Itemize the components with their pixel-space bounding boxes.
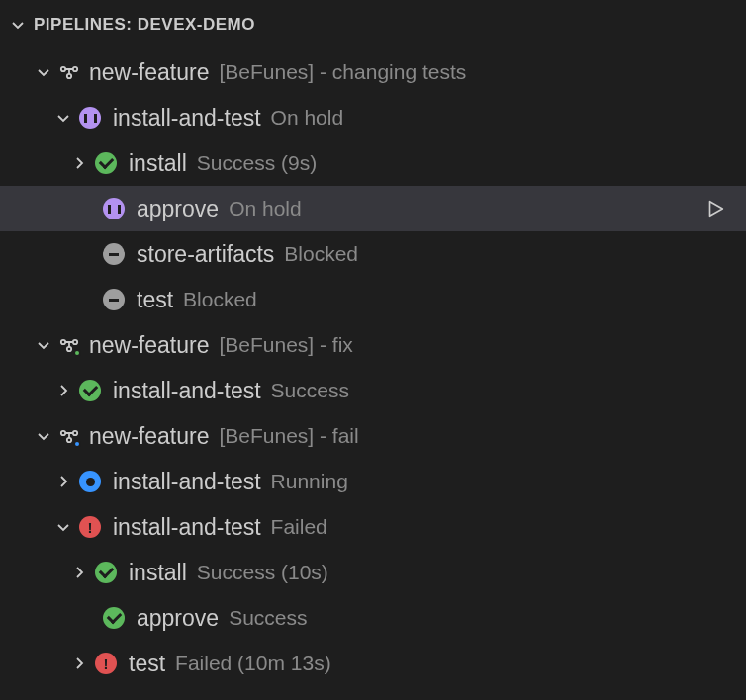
- onhold-icon: [103, 198, 125, 219]
- chevron-down-icon: [36, 337, 51, 353]
- job-status: On hold: [229, 197, 302, 220]
- job-row[interactable]: test Blocked: [0, 277, 746, 322]
- pipeline-name: new-feature: [89, 59, 209, 86]
- job-row[interactable]: install Success (10s): [0, 550, 746, 595]
- job-status: Success (10s): [197, 561, 328, 584]
- job-row[interactable]: approve On hold: [0, 186, 746, 231]
- pipeline-row[interactable]: new-feature [BeFunes] - changing tests: [0, 49, 746, 95]
- failed-icon: [95, 653, 117, 674]
- pipeline-meta: [BeFunes] - fix: [219, 333, 352, 357]
- chevron-down-icon: [36, 428, 51, 444]
- pipeline-icon: [59, 426, 79, 446]
- job-row[interactable]: test Failed (10m 13s): [0, 641, 746, 686]
- success-icon: [79, 380, 101, 401]
- status-dot-success: [73, 349, 81, 357]
- pipeline-icon: [59, 62, 79, 82]
- workflow-name: install-and-test: [113, 105, 261, 131]
- status-dot-running: [73, 440, 81, 448]
- job-row[interactable]: approve Success: [0, 595, 746, 641]
- svg-point-2: [67, 74, 71, 78]
- failed-icon: [79, 516, 101, 538]
- job-name: test: [129, 651, 165, 677]
- blocked-icon: [103, 243, 125, 265]
- workflow-status: On hold: [271, 106, 344, 130]
- job-status: Success: [229, 606, 307, 630]
- onhold-icon: [79, 107, 101, 129]
- workflow-status: Success: [271, 379, 349, 402]
- job-row[interactable]: install Success (9s): [0, 140, 746, 186]
- pipeline-row[interactable]: new-feature [BeFunes] - fail: [0, 413, 746, 459]
- svg-point-5: [67, 347, 71, 351]
- panel-header[interactable]: PIPELINES: DEVEX-DEMO: [0, 0, 746, 49]
- job-name: install: [129, 560, 187, 586]
- workflow-name: install-and-test: [113, 378, 261, 404]
- chevron-right-icon: [55, 383, 71, 398]
- pipeline-icon: [59, 335, 79, 355]
- chevron-right-icon: [71, 656, 87, 671]
- play-icon[interactable]: [704, 198, 726, 219]
- pipeline-name: new-feature: [89, 332, 209, 359]
- workflow-name: install-and-test: [113, 469, 261, 495]
- job-name: install: [129, 150, 187, 177]
- job-status: Failed (10m 13s): [175, 652, 331, 675]
- svg-point-8: [67, 438, 71, 442]
- success-icon: [95, 152, 117, 174]
- chevron-right-icon: [55, 474, 71, 489]
- success-icon: [95, 562, 117, 583]
- job-name: test: [137, 287, 173, 313]
- svg-point-6: [61, 431, 65, 435]
- workflow-name: install-and-test: [113, 514, 261, 541]
- job-row[interactable]: store-artifacts Blocked: [0, 231, 746, 277]
- workflow-row[interactable]: install-and-test On hold: [0, 95, 746, 140]
- job-status: Blocked: [284, 242, 358, 266]
- success-icon: [103, 607, 125, 629]
- chevron-right-icon: [71, 565, 87, 580]
- panel-title: PIPELINES: DEVEX-DEMO: [34, 15, 255, 35]
- chevron-down-icon: [36, 64, 51, 80]
- job-name: approve: [137, 196, 219, 222]
- pipeline-meta: [BeFunes] - fail: [219, 424, 358, 448]
- svg-point-1: [73, 67, 77, 71]
- chevron-down-icon: [55, 110, 71, 126]
- svg-point-0: [61, 67, 65, 71]
- chevron-right-icon: [71, 155, 87, 171]
- workflow-status: Running: [271, 470, 348, 493]
- svg-point-3: [61, 340, 65, 344]
- svg-point-4: [73, 340, 77, 344]
- pipeline-meta: [BeFunes] - changing tests: [219, 60, 466, 84]
- job-name: store-artifacts: [137, 241, 274, 268]
- svg-point-7: [73, 431, 77, 435]
- workflow-row[interactable]: install-and-test Running: [0, 459, 746, 504]
- workflow-row[interactable]: install-and-test Success: [0, 368, 746, 413]
- chevron-down-icon: [55, 519, 71, 535]
- pipeline-row[interactable]: new-feature [BeFunes] - fix: [0, 322, 746, 368]
- job-status: Success (9s): [197, 151, 317, 175]
- blocked-icon: [103, 289, 125, 310]
- chevron-down-icon: [10, 17, 26, 33]
- pipelines-panel: PIPELINES: DEVEX-DEMO new-feature [BeFun…: [0, 0, 746, 686]
- running-icon: [79, 471, 101, 492]
- job-name: approve: [137, 605, 219, 632]
- workflow-status: Failed: [271, 515, 327, 539]
- job-status: Blocked: [183, 288, 257, 311]
- pipeline-name: new-feature: [89, 423, 209, 450]
- workflow-row[interactable]: install-and-test Failed: [0, 504, 746, 550]
